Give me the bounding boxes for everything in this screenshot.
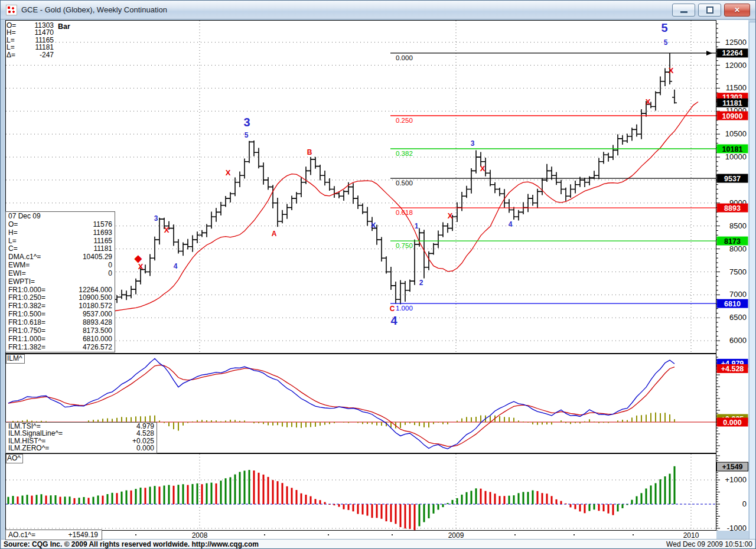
quarter-tick xyxy=(514,534,516,535)
study-row: FR1:0.250=10900.500 xyxy=(8,294,112,302)
quarter-tick xyxy=(264,534,265,535)
window-controls: ✕ xyxy=(672,4,750,17)
svg-text:2: 2 xyxy=(419,279,423,287)
svg-text:6810: 6810 xyxy=(724,300,741,308)
study-row: H=11693 xyxy=(8,229,112,237)
quarter-tick xyxy=(633,534,634,535)
svg-text:3: 3 xyxy=(471,139,475,148)
svg-text:6000: 6000 xyxy=(729,336,747,345)
svg-text:0.000: 0.000 xyxy=(723,419,741,427)
svg-text:12264: 12264 xyxy=(722,49,743,57)
maximize-icon xyxy=(706,6,713,14)
quarter-tick xyxy=(392,534,393,535)
svg-text:0.382: 0.382 xyxy=(396,150,413,157)
svg-text:0.750: 0.750 xyxy=(396,242,413,249)
svg-text:5: 5 xyxy=(245,131,249,139)
svg-text:0.000: 0.000 xyxy=(396,54,413,61)
title-bar[interactable]: GCE - Gold (Globex), Weekly Continuation… xyxy=(1,1,755,19)
study-row: FR1:1.000=6810.000 xyxy=(8,335,112,344)
maximize-button[interactable] xyxy=(698,4,721,17)
svg-text:3: 3 xyxy=(154,214,158,223)
study-row: FR1:0.000=12264.000 xyxy=(8,286,112,295)
svg-text:+1000: +1000 xyxy=(725,475,747,484)
svg-text:1: 1 xyxy=(415,222,419,230)
svg-text:0: 0 xyxy=(742,499,747,508)
ao-study-pane[interactable] xyxy=(5,453,716,531)
clock: Wed Dec 09 2009 10:51:00 xyxy=(666,540,752,548)
svg-text:A: A xyxy=(272,230,277,238)
ao-value-label: AO.c1^= xyxy=(8,531,35,540)
svg-text:10500: 10500 xyxy=(725,129,747,138)
quote-row: Δ=-247 xyxy=(6,51,54,58)
svg-text:8173: 8173 xyxy=(724,237,741,246)
svg-text:B: B xyxy=(307,148,312,156)
svg-text:5: 5 xyxy=(661,21,667,34)
svg-text:8500: 8500 xyxy=(729,221,747,230)
ao-pane-label: AO^ xyxy=(6,454,23,463)
study-box-date: 07 Dec 09 xyxy=(8,213,112,221)
svg-text:12000: 12000 xyxy=(725,61,747,70)
svg-text:3: 3 xyxy=(243,116,250,129)
study-row: FR1:0.382=10180.572 xyxy=(8,302,112,311)
svg-text:11500: 11500 xyxy=(726,83,747,92)
ilm-values-box: ILM.TSI^=4.979ILM.SignalLine^=4.528ILM.H… xyxy=(5,422,157,453)
quote-row: L=11181 xyxy=(6,44,54,51)
minimize-icon xyxy=(680,11,687,13)
quarter-tick xyxy=(328,534,329,535)
svg-text:-1000: -1000 xyxy=(727,524,747,531)
svg-text:4: 4 xyxy=(174,262,178,270)
ilm-row: ILM.ZERO^=0.000 xyxy=(8,445,154,452)
status-bar: Source: CQG Inc. © 2009 All rights reser… xyxy=(1,539,755,548)
year-label: 2008 xyxy=(190,531,210,540)
svg-text:11181: 11181 xyxy=(722,99,742,107)
study-row: EWM=0 xyxy=(8,262,112,270)
svg-text:C: C xyxy=(390,305,395,313)
price-axis[interactable]: 1250012000115001100010500100009500900085… xyxy=(716,20,748,531)
svg-text:0.618: 0.618 xyxy=(396,209,413,216)
study-row: C=11181 xyxy=(8,245,112,253)
svg-text:7000: 7000 xyxy=(729,290,747,299)
svg-text:6500: 6500 xyxy=(729,313,747,322)
scrollbar[interactable] xyxy=(749,22,756,540)
copyright-text: Source: CQG Inc. © 2009 All rights reser… xyxy=(4,540,259,548)
study-row: EWPTI= xyxy=(8,278,112,286)
svg-text:+1549: +1549 xyxy=(722,463,742,471)
svg-text:0.500: 0.500 xyxy=(396,179,413,187)
year-label: 2010 xyxy=(681,531,701,540)
svg-text:4: 4 xyxy=(509,220,513,228)
svg-text:5: 5 xyxy=(664,38,668,47)
svg-text:4: 4 xyxy=(390,314,397,327)
minimize-button[interactable] xyxy=(672,4,695,17)
quarter-tick xyxy=(135,534,136,535)
year-label: 2009 xyxy=(446,531,466,540)
app-icon xyxy=(6,5,17,15)
svg-text:12500: 12500 xyxy=(725,38,747,47)
quote-row: H=11470 xyxy=(6,29,54,36)
svg-text:X: X xyxy=(371,221,376,230)
svg-text:X: X xyxy=(669,66,674,75)
svg-text:8000: 8000 xyxy=(729,244,747,253)
study-row: FR1:0.618=8893.428 xyxy=(8,319,112,327)
close-button[interactable]: ✕ xyxy=(724,4,750,17)
svg-text:+4.528: +4.528 xyxy=(721,365,744,373)
study-row: FR1:0.750=8173.500 xyxy=(8,327,112,335)
svg-text:10000: 10000 xyxy=(725,152,747,161)
svg-text:9537: 9537 xyxy=(724,175,741,183)
svg-text:10181: 10181 xyxy=(722,145,743,153)
study-values-box: 07 Dec 09 O=11576H=11693L=11165C=11181DM… xyxy=(5,211,115,352)
study-row: FR1:1.382=4726.572 xyxy=(8,344,112,352)
ilm-row: ILM.SignalLine^=4.528 xyxy=(8,430,154,437)
study-row: DMA.c1^=10405.29 xyxy=(8,253,112,262)
chart-type-label: Bar xyxy=(58,22,70,31)
ao-value-box: AO.c1^= +1549.19 xyxy=(5,530,102,540)
quarter-tick xyxy=(573,534,575,535)
svg-text:1.000: 1.000 xyxy=(396,305,413,312)
ao-value: +1549.19 xyxy=(69,531,98,540)
quote-block: O=11303H=11470L=11165L=11181Δ=-247 xyxy=(6,22,54,58)
svg-text:7500: 7500 xyxy=(729,267,747,276)
svg-text:8893: 8893 xyxy=(724,204,741,213)
close-icon: ✕ xyxy=(734,6,740,14)
ilm-pane-label: ILM^ xyxy=(6,354,25,364)
svg-text:X: X xyxy=(480,164,485,173)
window-title: GCE - Gold (Globex), Weekly Continuation xyxy=(21,5,167,14)
